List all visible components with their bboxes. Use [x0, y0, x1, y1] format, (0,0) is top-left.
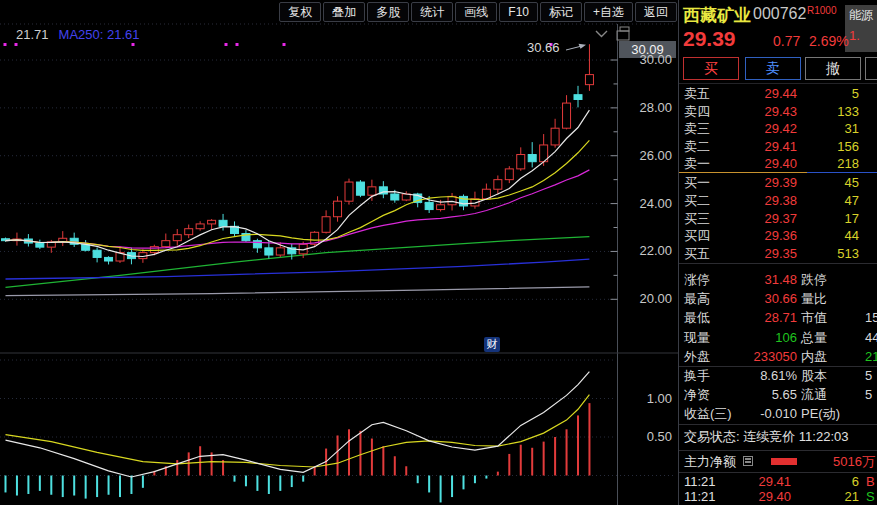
main-net-row[interactable]: 主力净额 5016万 — [679, 451, 877, 472]
book-row-buy-2[interactable]: 买二29.3847 — [679, 192, 877, 210]
stat-value-left: 28.71 — [709, 308, 797, 327]
stat-value-right: 21 — [865, 347, 877, 366]
toolbar-button-4[interactable]: 统计 — [411, 2, 453, 22]
stat-value-left: -0.010 — [709, 404, 797, 423]
finance-report-badge[interactable]: 财 — [484, 337, 500, 352]
level-label: 卖四 — [684, 103, 710, 121]
stat-value-right: 5 — [865, 366, 877, 385]
stat-value-right: 15 — [865, 308, 877, 327]
level-price: 29.44 — [719, 85, 797, 103]
stats-row-8: 收益(三)-0.010PE(动) — [679, 404, 877, 423]
stat-label-right: 跌停 — [801, 270, 827, 289]
toolbar-button-1[interactable]: 复权 — [279, 2, 321, 22]
level-volume: 31 — [799, 120, 859, 138]
stats-block: 涨停31.48跌停最高30.66量比最低28.71市值15现量106总量44外盘… — [679, 270, 877, 424]
divider — [679, 366, 877, 367]
price-axis-label: 28.00 — [620, 100, 672, 115]
level-label: 卖二 — [684, 138, 710, 156]
book-row-buy-3[interactable]: 买三29.3717 — [679, 210, 877, 228]
price-axis-label: 24.00 — [620, 196, 672, 211]
toolbar-button-5[interactable]: 画线 — [455, 2, 497, 22]
tick-row-2: 11:2129.4021S — [679, 489, 877, 505]
book-row-sell-2[interactable]: 卖四29.43133 — [679, 103, 877, 121]
stock-name: 西藏矿业 — [683, 4, 751, 27]
level-label: 买二 — [684, 192, 710, 210]
level-volume: 47 — [799, 192, 859, 210]
indicator-axis-label: 1.00 — [620, 391, 672, 406]
stat-label-right: 股本 — [801, 366, 827, 385]
stat-value-left: 106 — [709, 328, 797, 347]
divider — [679, 83, 877, 84]
stock-app-window: 复权叠加多股统计画线F10标记+自选返回 21.71MA250: 21.61 3… — [0, 0, 877, 505]
level-volume: 218 — [799, 155, 859, 173]
stat-value-left: 233050 — [709, 347, 797, 366]
level-price: 29.38 — [719, 192, 797, 210]
partial-button[interactable] — [865, 57, 877, 80]
indicator-axis-label: 0.50 — [620, 429, 672, 444]
price-axis-label: 26.00 — [620, 148, 672, 163]
stats-row-1: 涨停31.48跌停 — [679, 270, 877, 289]
book-row-buy-4[interactable]: 买四29.3644 — [679, 227, 877, 245]
book-row-buy-5[interactable]: 买五29.35513 — [679, 245, 877, 263]
trade-button-row: 买卖撤 — [679, 57, 877, 81]
level-volume: 156 — [799, 138, 859, 156]
stat-value-left: 30.66 — [709, 289, 797, 308]
book-row-sell-4[interactable]: 卖二29.41156 — [679, 138, 877, 156]
level-price: 29.41 — [719, 138, 797, 156]
margin-index-tag: R1000 — [807, 5, 836, 16]
book-row-sell-3[interactable]: 卖三29.4231 — [679, 120, 877, 138]
divider — [679, 263, 877, 264]
quote-panel: 西藏矿业 000762 R1000 能源 1. 29.39 0.77 2.69%… — [678, 0, 877, 505]
book-row-buy-1[interactable]: 买一29.3945 — [679, 174, 877, 192]
book-row-sell-1[interactable]: 卖五29.445 — [679, 85, 877, 103]
stat-label-right: 内盘 — [801, 347, 827, 366]
toolbar-button-7[interactable]: 标记 — [540, 2, 582, 22]
buy-button[interactable]: 买 — [683, 57, 739, 80]
cancel-button[interactable]: 撤 — [805, 57, 861, 80]
main-net-value: 5016万 — [799, 451, 875, 472]
tick-side: B — [866, 474, 875, 490]
stats-row-3: 最低28.71市值15 — [679, 308, 877, 327]
toolbar-button-9[interactable]: 返回 — [635, 2, 677, 22]
stat-label-right: 市值 — [801, 308, 827, 327]
stat-label-right: 流通 — [801, 385, 827, 404]
level-volume: 133 — [799, 103, 859, 121]
sell-button[interactable]: 卖 — [745, 57, 801, 80]
stat-label-left: 外盘 — [684, 347, 710, 366]
stat-value-right: 44 — [865, 328, 877, 347]
ma250-readout: MA250: 21.61 — [59, 27, 140, 42]
book-weight-divider — [679, 172, 877, 173]
buy-queue: 买一29.3945买二29.3847买三29.3717买四29.3644买五29… — [679, 174, 877, 263]
stats-row-5: 外盘233050内盘21 — [679, 347, 877, 366]
level-price: 29.36 — [719, 227, 797, 245]
tick-time: 11:21 — [684, 474, 716, 490]
candlestick-chart[interactable] — [0, 0, 678, 505]
level-price: 29.40 — [719, 155, 797, 173]
price-readout: 29.39 0.77 2.69% — [679, 27, 877, 53]
level-label: 卖三 — [684, 120, 710, 138]
ma-readout: 21.71MA250: 21.61 — [16, 27, 140, 42]
level-label: 卖五 — [684, 85, 710, 103]
toolbar-button-3[interactable]: 多股 — [367, 2, 409, 22]
stat-label-left: 现量 — [684, 328, 710, 347]
stat-value-left: 31.48 — [709, 270, 797, 289]
stat-label-left: 换手 — [684, 366, 710, 385]
level-price: 29.39 — [719, 174, 797, 192]
level-label: 买五 — [684, 245, 710, 263]
toolbar-button-2[interactable]: 叠加 — [323, 2, 365, 22]
level-volume: 45 — [799, 174, 859, 192]
tick-time: 11:21 — [684, 489, 716, 505]
sector-name: 能源 — [849, 7, 877, 24]
toolbar-button-8[interactable]: +自选 — [584, 2, 633, 22]
tick-side: S — [866, 489, 875, 505]
stat-label-left: 最低 — [684, 308, 710, 327]
book-row-sell-5[interactable]: 卖一29.40218 — [679, 155, 877, 173]
tick-row-1: 11:2129.416B — [679, 474, 877, 490]
stats-row-7: 净资5.65流通5 — [679, 385, 877, 404]
stat-label-right: PE(动) — [801, 404, 840, 423]
toolbar-button-6[interactable]: F10 — [499, 2, 538, 22]
level-label: 卖一 — [684, 155, 710, 173]
tick-list: 11:2129.416B11:2129.4021S — [679, 474, 877, 505]
stat-value-left: 8.61% — [709, 366, 797, 385]
stat-value-left: 5.65 — [709, 385, 797, 404]
